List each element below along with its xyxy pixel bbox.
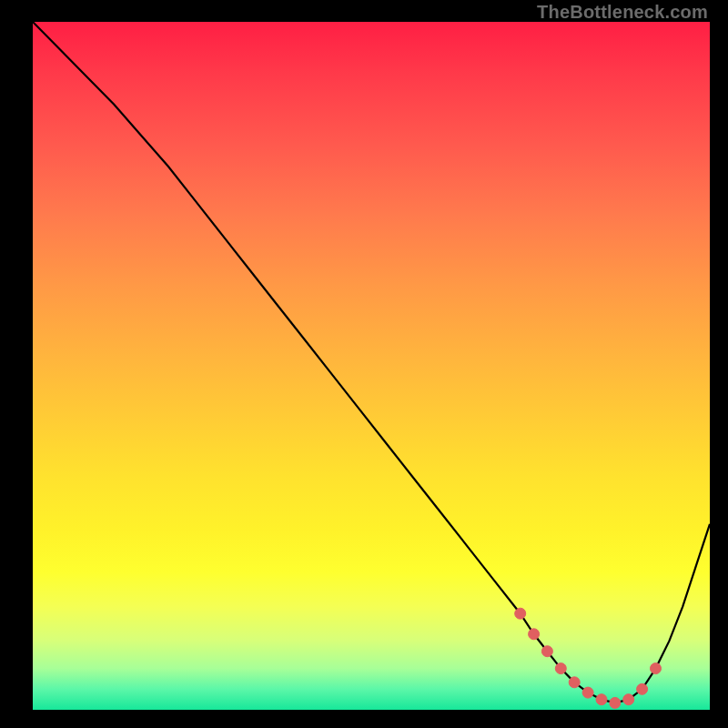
marker-point [582, 687, 593, 698]
marker-point [637, 683, 648, 694]
marker-point [529, 629, 540, 640]
marker-point [623, 694, 634, 705]
marker-point [651, 663, 662, 674]
series-line [33, 22, 710, 703]
marker-point [555, 663, 566, 674]
marker-point [541, 646, 552, 657]
marker-point [515, 608, 526, 619]
chart-frame: TheBottleneck.com [0, 0, 728, 728]
marker-point [610, 697, 621, 708]
chart-curve [0, 0, 728, 728]
marker-point [596, 694, 607, 705]
marker-point [569, 677, 580, 688]
